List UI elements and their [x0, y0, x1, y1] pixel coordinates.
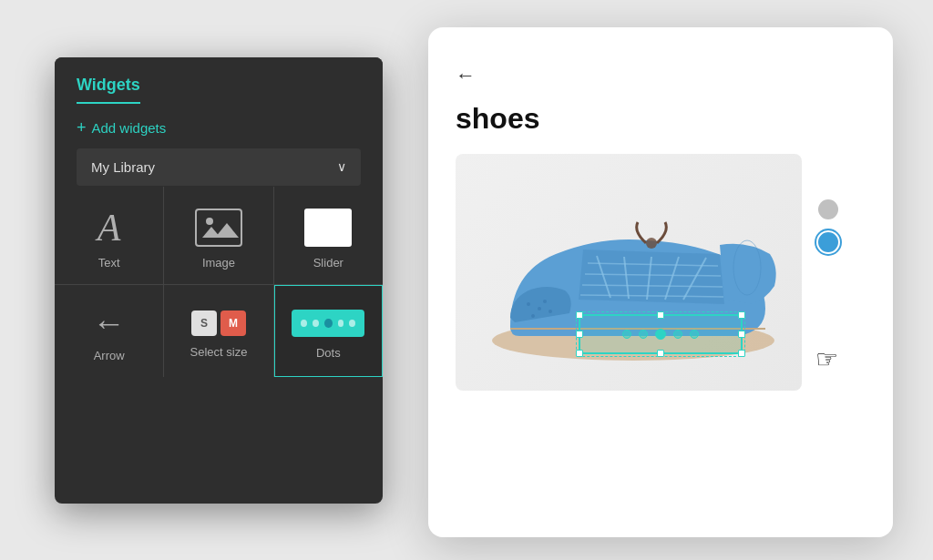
handle-tm	[657, 311, 664, 319]
preview-dot-1	[622, 330, 631, 339]
panel-header: Widgets + Add widgets My Library ∨	[55, 57, 383, 186]
widget-arrow-label: Arrow	[94, 349, 125, 362]
handle-br	[738, 350, 745, 357]
handle-ml	[576, 331, 583, 338]
plus-icon: +	[77, 118, 87, 137]
dot-1	[301, 320, 307, 327]
handle-tl	[576, 311, 583, 319]
svg-point-17	[646, 238, 657, 249]
text-icon: A	[97, 209, 121, 247]
back-button[interactable]: ←	[456, 64, 866, 87]
widgets-panel: Widgets + Add widgets My Library ∨ A Tex…	[55, 57, 383, 504]
select-size-icon: S M	[191, 311, 246, 336]
preview-title: shoes	[456, 102, 866, 136]
widget-dots[interactable]: Dots	[274, 285, 383, 377]
svg-point-13	[531, 314, 535, 318]
dot-4	[338, 320, 344, 327]
widget-select-size[interactable]: S M Select size	[164, 285, 272, 377]
widget-arrow[interactable]: ← Arrow	[55, 285, 163, 377]
preview-panel: ← shoes	[428, 27, 893, 537]
mountain-shape-2	[215, 223, 239, 238]
svg-point-14	[543, 300, 547, 303]
image-icon	[195, 209, 242, 247]
size-m-button: M	[220, 311, 246, 336]
sun-shape	[206, 218, 213, 225]
widget-select-size-label: Select size	[190, 345, 248, 359]
widget-text-label: Text	[98, 256, 120, 270]
cursor-hand-icon: ☞	[815, 344, 838, 374]
dot-5	[349, 320, 355, 327]
add-widgets-label: Add widgets	[92, 120, 167, 136]
color-option-gray[interactable]	[818, 199, 838, 219]
dots-widget-preview[interactable]	[579, 314, 743, 354]
widget-image[interactable]: Image	[164, 187, 272, 284]
add-widgets-button[interactable]: + Add widgets	[77, 118, 361, 137]
color-option-teal[interactable]	[818, 232, 838, 252]
library-dropdown[interactable]: My Library ∨	[77, 148, 361, 186]
widget-slider-label: Slider	[313, 256, 343, 270]
svg-point-15	[549, 310, 552, 313]
size-s-button: S	[191, 311, 217, 336]
dot-3-active	[324, 319, 333, 328]
widget-text[interactable]: A Text	[55, 187, 163, 284]
svg-point-12	[538, 307, 541, 311]
dot-2	[313, 320, 319, 327]
preview-dot-2	[639, 330, 648, 339]
slider-icon	[304, 209, 352, 247]
handle-bm	[657, 350, 664, 357]
widgets-grid: A Text Image Slider ← Arrow S M	[55, 187, 383, 377]
library-label: My Library	[91, 159, 155, 175]
handle-mr	[738, 331, 745, 338]
chevron-down-icon: ∨	[337, 159, 346, 174]
color-options	[818, 199, 838, 252]
dots-icon	[292, 310, 364, 337]
widget-slider[interactable]: Slider	[274, 187, 383, 284]
preview-dot-4	[673, 330, 682, 339]
handle-bl	[576, 350, 583, 357]
widget-dots-label: Dots	[316, 346, 341, 360]
svg-point-11	[527, 302, 530, 306]
preview-dot-3-active	[655, 329, 666, 340]
arrow-icon: ←	[93, 307, 126, 340]
handle-tr	[738, 311, 745, 319]
widget-image-label: Image	[202, 256, 235, 270]
preview-dot-5	[690, 330, 699, 339]
panel-title: Widgets	[77, 76, 140, 104]
